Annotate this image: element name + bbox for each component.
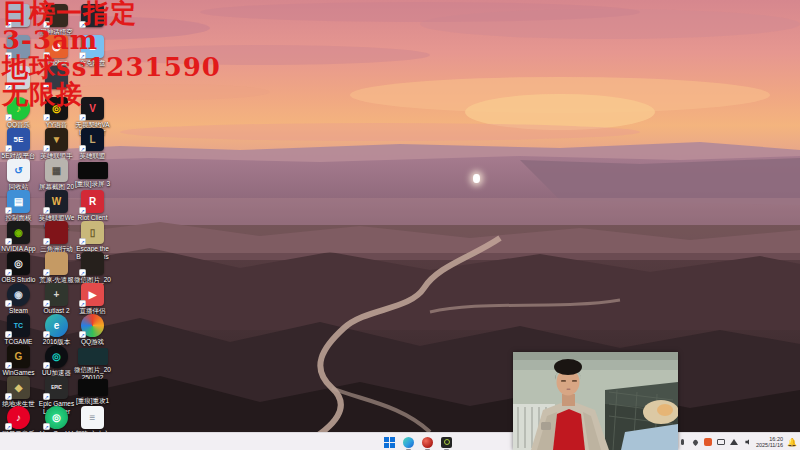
shortcut-arrow-icon: ↗	[43, 238, 50, 245]
shortcut-arrow-icon: ↗	[43, 145, 50, 152]
desktop-icon-tile: ↗	[81, 252, 104, 275]
desktop-icon[interactable]: ◉ ↗ Steam	[0, 283, 37, 315]
monitor-icon[interactable]	[717, 438, 726, 447]
app-glyph-icon: L	[89, 134, 95, 145]
app-glyph-icon: ▤	[14, 196, 23, 207]
app-glyph-icon: ◎	[52, 103, 61, 114]
location-icon[interactable]	[691, 438, 700, 447]
desktop-icon[interactable]: + ↗ Outlast 2	[38, 283, 75, 315]
desktop-icon-tile: ▦ ↗	[45, 159, 68, 182]
shortcut-arrow-icon: ↗	[79, 52, 86, 59]
shortcut-arrow-icon: ↗	[43, 269, 50, 276]
shortcut-arrow-icon: ↗	[5, 300, 12, 307]
desktop-icon[interactable]: G ↗ WinGames	[0, 345, 37, 377]
desktop-icon[interactable]: ↗ [重痕]录屏 3	[74, 162, 111, 188]
webcam-overlay	[513, 352, 678, 450]
desktop-icon[interactable]: ◎ ↗ YY语音	[38, 97, 75, 129]
capture-app-button[interactable]	[440, 436, 453, 449]
desktop-icon[interactable]: L ↗ 英雄联盟	[74, 128, 111, 160]
network-icon[interactable]	[730, 438, 739, 447]
desktop-icon[interactable]: ↗ 微信图片_20250102	[74, 348, 111, 381]
start-button[interactable]	[383, 436, 396, 449]
desktop-icon-tile: ↗	[78, 379, 108, 396]
desktop-icon[interactable]: ↗ 三角洲行动	[38, 221, 75, 253]
app-glyph-icon: ◉	[52, 41, 61, 52]
app-glyph-icon: R	[89, 196, 96, 207]
app-glyph-icon: ◉	[14, 289, 23, 300]
shortcut-arrow-icon: ↗	[79, 300, 86, 307]
windows-logo-icon	[384, 437, 395, 448]
app-glyph-icon: V	[89, 103, 96, 114]
shortcut-arrow-icon: ↗	[43, 331, 50, 338]
volume-icon[interactable]	[743, 438, 752, 447]
desktop-icon[interactable]: 5E ↗ 5E对战平台	[0, 128, 37, 160]
shortcut-arrow-icon: ↗	[43, 362, 50, 369]
red-app-button[interactable]	[421, 436, 434, 449]
shortcut-arrow-icon: ↗	[43, 52, 50, 59]
taskbar-center-icons	[383, 433, 453, 450]
desktop-icon-tile: ↺ ↗	[7, 159, 30, 182]
desktop-icon[interactable]: ♪ ↗ QQ音乐	[0, 97, 37, 129]
desktop-icon[interactable]: ↗ QQ游戏	[74, 314, 111, 346]
desktop-icon[interactable]: ↗	[38, 66, 75, 90]
shortcut-arrow-icon: ↗	[79, 207, 86, 214]
desktop-icon-tile: + ↗	[45, 283, 68, 306]
shortcut-arrow-icon: ↗	[5, 52, 12, 59]
shortcut-arrow-icon: ↗	[43, 207, 50, 214]
shortcut-arrow-icon: ↗	[43, 300, 50, 307]
desktop-icon[interactable]: ↗	[0, 66, 37, 90]
desktop-icon[interactable]: ↗ 荒原-先遣服	[38, 252, 75, 284]
desktop-icon-tile: ↗	[78, 162, 108, 179]
shortcut-arrow-icon: ↗	[79, 21, 86, 28]
desktop-icon[interactable]: ↺ ↗ 回收站	[0, 159, 37, 191]
desktop-icon[interactable]: ◉ ↗ italobur	[38, 35, 75, 67]
edge-browser-button[interactable]	[402, 436, 415, 449]
desktop-icon[interactable]: ▲ ↗ 夸克网盘	[74, 35, 111, 67]
taskbar: ^ 16:20 2025/11/16 🔔	[0, 432, 800, 450]
app-glyph-icon: ◆	[15, 382, 23, 393]
desktop-icon-tile: ▶ ↗	[81, 283, 104, 306]
desktop-icon-tile: EPIC ↗	[45, 376, 68, 399]
edge-icon	[403, 437, 414, 448]
desktop-icon[interactable]: ↗	[0, 35, 37, 59]
shortcut-arrow-icon: ↗	[5, 238, 12, 245]
app-glyph-icon: ≡	[90, 412, 96, 423]
desktop-icon-tile: ◎ ↗	[45, 97, 68, 120]
desktop-icon-tile: G ↗	[7, 345, 30, 368]
desktop-icon-tile: ▤ ↗	[7, 190, 30, 213]
shortcut-arrow-icon: ↗	[5, 331, 12, 338]
notification-bell-icon[interactable]: 🔔	[787, 438, 797, 447]
desktop-icon[interactable]: ◉ ↗ NVIDIA App	[0, 221, 37, 253]
desktop-icon[interactable]: e ↗ 2016版本	[38, 314, 75, 346]
desktop-icon[interactable]: ↗ 黑神话悟空	[38, 4, 75, 36]
desktop-icon[interactable]: ◎ ↗ OBS Studio	[0, 252, 37, 284]
screen-record-icon[interactable]	[704, 438, 713, 447]
desktop-icon-tile: W ↗	[45, 190, 68, 213]
shortcut-arrow-icon: ↗	[43, 423, 50, 430]
desktop-icon[interactable]: ↗	[0, 4, 37, 28]
desktop-icon[interactable]: R ↗ Riot Client	[74, 190, 111, 222]
shortcut-arrow-icon: ↗	[5, 393, 12, 400]
desktop-icon-tile: R ↗	[81, 190, 104, 213]
desktop-icon[interactable]: TC ↗ TCGAME	[0, 314, 37, 346]
capture-app-icon	[441, 437, 452, 448]
desktop-icon-tile: ↗	[45, 66, 68, 89]
red-app-icon	[422, 437, 433, 448]
app-glyph-icon: W	[52, 196, 61, 207]
app-glyph-icon: ◎	[14, 258, 23, 269]
app-glyph-icon: TC	[14, 322, 23, 329]
desktop-icon[interactable]: ◎ ↗ UU加速器	[38, 345, 75, 377]
shortcut-arrow-icon: ↗	[5, 83, 12, 90]
desktop-icon-tile: ↗	[7, 66, 30, 89]
desktop-icon-tile: ◉ ↗	[7, 221, 30, 244]
desktop-icon[interactable]: ↗	[74, 4, 111, 28]
desktop-icon-label: [重痕]录屏 3	[74, 180, 111, 188]
app-glyph-icon: G	[15, 351, 23, 362]
desktop-icon[interactable]: ▶ ↗ 直播伴侣	[74, 283, 111, 315]
app-glyph-icon: ↺	[14, 165, 22, 176]
taskbar-clock[interactable]: 16:20 2025/11/16	[756, 436, 783, 449]
shortcut-arrow-icon: ↗	[79, 114, 86, 121]
desktop-icon[interactable]: ▤ ↗ 控制面板	[0, 190, 37, 222]
microphone-icon[interactable]	[678, 438, 687, 447]
app-glyph-icon: ▯	[90, 227, 96, 238]
